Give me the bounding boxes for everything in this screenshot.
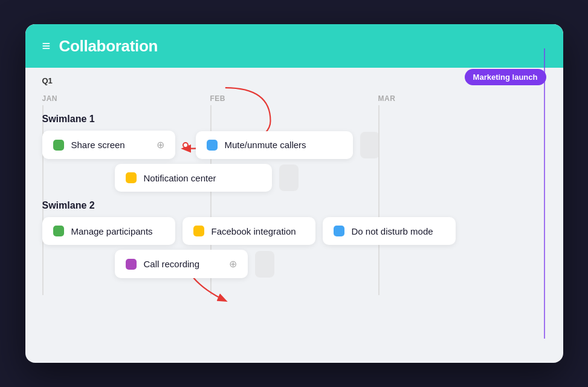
manage-participants-color: [53, 226, 64, 236]
dnd-label: Do not disturb mode: [352, 226, 433, 236]
placeholder-2: [279, 164, 299, 191]
swimlane-2-label: Swimlane 2: [42, 200, 546, 211]
call-recording-card[interactable]: Call recording ⊕: [115, 250, 248, 278]
dnd-color: [334, 226, 344, 236]
month-feb: FEB: [210, 94, 378, 103]
mute-callers-card[interactable]: Mute/unmute callers: [196, 131, 353, 159]
connect-dot: [183, 142, 189, 148]
call-recording-label: Call recording: [144, 259, 200, 269]
quarter-label: Q1: [42, 76, 53, 85]
placeholder-3: [255, 251, 274, 278]
page-title: Collaboration: [59, 37, 158, 56]
swimlane-2-row-1: Manage participants Facebook integration…: [42, 217, 546, 245]
header: ≡ Collaboration: [25, 24, 563, 68]
swimlane-1-row-2: Notification center: [115, 164, 546, 192]
main-container: ≡ Collaboration Q1 JAN FEB MAR Marketing…: [25, 24, 563, 363]
milestone-badge: Marketing launch: [465, 69, 546, 85]
swimlane-1: Swimlane 1 Share screen ⊕ Mute/unmute ca…: [42, 114, 546, 192]
manage-participants-card[interactable]: Manage participants: [42, 217, 175, 245]
placeholder-1: [360, 132, 380, 158]
share-screen-color: [53, 140, 64, 151]
header-icon: ≡: [42, 39, 51, 53]
call-recording-color: [126, 259, 137, 270]
share-screen-card[interactable]: Share screen ⊕: [42, 131, 175, 159]
do-not-disturb-card[interactable]: Do not disturb mode: [323, 217, 456, 245]
notification-center-card[interactable]: Notification center: [115, 164, 272, 192]
notification-color: [126, 172, 137, 183]
swimlane-2: Swimlane 2 Manage participants Facebook …: [42, 200, 546, 278]
content-area: Q1 JAN FEB MAR Marketing launch: [25, 68, 563, 295]
facebook-label: Facebook integration: [212, 226, 296, 236]
manage-participants-label: Manage participants: [71, 226, 153, 236]
swimlane-1-label: Swimlane 1: [42, 114, 546, 125]
share-screen-label: Share screen: [71, 140, 125, 150]
timeline-header: Q1 JAN FEB MAR Marketing launch: [42, 68, 546, 105]
month-mar: MAR: [378, 94, 546, 103]
facebook-color: [193, 226, 204, 236]
swimlane-1-row-1: Share screen ⊕ Mute/unmute callers: [42, 131, 546, 159]
facebook-integration-card[interactable]: Facebook integration: [183, 217, 315, 245]
mute-callers-color: [207, 140, 218, 151]
swimlane-2-row-2: Call recording ⊕: [115, 250, 546, 278]
notification-label: Notification center: [144, 173, 216, 183]
month-jan: JAN: [42, 94, 210, 103]
mute-callers-label: Mute/unmute callers: [225, 140, 306, 150]
link-icon[interactable]: ⊕: [157, 139, 164, 151]
call-recording-link-icon[interactable]: ⊕: [229, 258, 237, 270]
